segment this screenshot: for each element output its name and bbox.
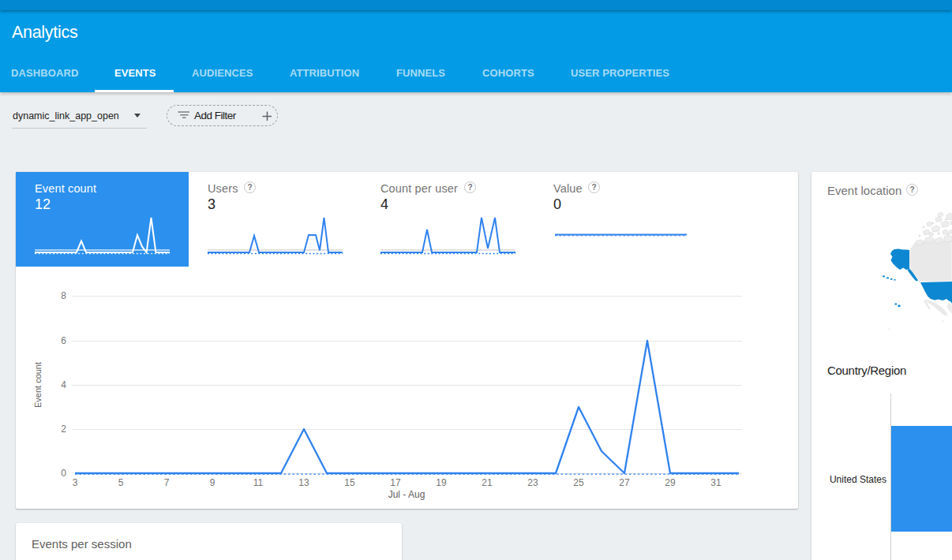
svg-text:13: 13 xyxy=(298,477,309,488)
svg-text:23: 23 xyxy=(527,477,538,488)
svg-text:5: 5 xyxy=(118,477,124,488)
svg-text:Jul - Aug: Jul - Aug xyxy=(388,489,425,500)
svg-text:7: 7 xyxy=(164,477,170,488)
svg-text:25: 25 xyxy=(573,477,584,488)
svg-text:15: 15 xyxy=(344,477,355,488)
svg-text:3: 3 xyxy=(73,477,78,488)
svg-text:17: 17 xyxy=(390,477,401,488)
svg-text:29: 29 xyxy=(665,477,676,488)
svg-text:4: 4 xyxy=(61,379,66,390)
svg-text:8: 8 xyxy=(61,290,66,301)
svg-text:27: 27 xyxy=(619,477,630,488)
svg-text:21: 21 xyxy=(482,477,493,488)
svg-text:2: 2 xyxy=(61,424,66,435)
svg-text:Event count: Event count xyxy=(33,362,43,408)
svg-text:11: 11 xyxy=(253,477,264,488)
svg-text:31: 31 xyxy=(710,477,721,488)
svg-text:0: 0 xyxy=(61,468,66,479)
svg-text:19: 19 xyxy=(436,477,447,488)
svg-text:6: 6 xyxy=(61,335,66,346)
svg-text:9: 9 xyxy=(210,477,216,488)
